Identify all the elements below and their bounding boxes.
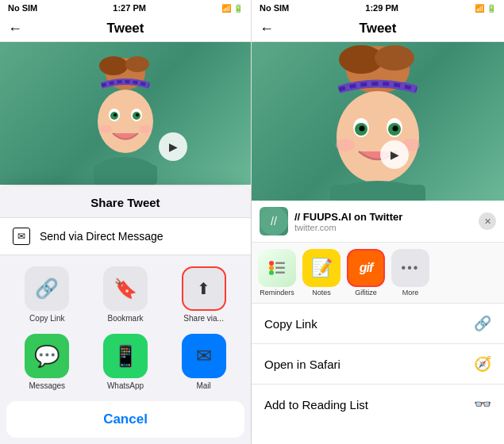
svg-point-8 (113, 113, 117, 117)
messages-icon: 💬 (25, 334, 69, 378)
reminders-label: Reminders (260, 289, 294, 297)
share-sheet: Share Tweet ✉ Send via Direct Message 🔗 … (0, 186, 251, 444)
right-nav-bar: ← Tweet (252, 16, 504, 42)
source-info: // FUUPS.AI on Twitter twitter.com (294, 211, 472, 232)
dm-icon: ✉ (13, 228, 30, 245)
send-dm-label: Send via Direct Message (40, 230, 164, 243)
svg-point-31 (269, 266, 274, 270)
svg-rect-27 (330, 185, 425, 201)
right-status-bar: No SIM 1:29 PM 📶 🔋 (252, 0, 504, 16)
right-battery-icon: 🔋 (487, 4, 496, 13)
mail-icon: ✉ (182, 334, 226, 378)
svg-rect-35 (275, 272, 285, 274)
copy-link-action-icon: 🔗 (474, 315, 491, 332)
copy-link-label: Copy Link (29, 314, 64, 323)
gifitize-label: Gifitize (355, 289, 377, 297)
right-time: 1:29 PM (365, 3, 398, 13)
whatsapp-button[interactable]: 📱 WhatsApp (103, 334, 148, 390)
gifitize-icon: gif (347, 249, 385, 287)
bookmark-icon: 🔖 (103, 266, 148, 311)
share-via-label: Share via... (183, 314, 224, 323)
more-button[interactable]: ••• More (390, 249, 431, 297)
svg-point-23 (393, 126, 398, 132)
left-status-bar: No SIM 1:27 PM 📶 🔋 (0, 0, 251, 16)
left-nav-title: Tweet (107, 21, 144, 36)
whatsapp-label: WhatsApp (107, 381, 144, 390)
reading-list-action[interactable]: Add to Reading List 👓 (252, 385, 504, 424)
open-safari-icon: 🧭 (474, 355, 491, 373)
svg-text://: // (271, 215, 277, 228)
left-status-icons: 📶 🔋 (221, 4, 243, 13)
svg-rect-33 (275, 262, 285, 265)
left-carrier: No SIM (8, 3, 37, 13)
send-dm-button[interactable]: ✉ Send via Direct Message (0, 217, 251, 255)
gifitize-button[interactable]: gif Gifitize (345, 249, 387, 297)
right-girl-illustration (252, 42, 504, 201)
notes-label: Notes (312, 289, 331, 297)
right-tweet-image: ▶ (252, 42, 504, 201)
more-label: More (402, 289, 419, 297)
right-status-icons: 📶 🔋 (475, 4, 496, 13)
close-source-button[interactable]: ✕ (479, 212, 496, 230)
svg-point-9 (136, 113, 139, 117)
right-carrier: No SIM (260, 3, 289, 13)
left-tweet-image: ▶ (0, 42, 251, 185)
notes-button[interactable]: 📝 Notes (301, 249, 342, 297)
messages-button[interactable]: 💬 Messages (25, 334, 69, 390)
messages-label: Messages (29, 381, 66, 390)
whatsapp-icon: 📱 (103, 334, 148, 378)
svg-point-17 (337, 91, 419, 183)
source-avatar: // (260, 207, 288, 235)
share-via-button[interactable]: ⬆ Share via... (182, 266, 226, 323)
mail-label: Mail (196, 381, 210, 390)
left-nav-bar: ← Tweet (0, 16, 251, 42)
copy-link-action[interactable]: Copy Link 🔗 (252, 304, 504, 344)
share-via-icon: ⬆ (182, 266, 226, 311)
girl-illustration (78, 50, 173, 185)
reminders-icon (258, 249, 296, 287)
left-panel: No SIM 1:27 PM 📶 🔋 ← Tweet (0, 0, 252, 444)
svg-point-1 (99, 56, 128, 75)
svg-point-3 (98, 90, 153, 153)
right-back-button[interactable]: ← (260, 21, 274, 37)
right-nav-title: Tweet (360, 21, 397, 36)
svg-point-10 (99, 125, 112, 133)
right-wifi-icon: 📶 (475, 4, 484, 13)
open-safari-action[interactable]: Open in Safari 🧭 (252, 344, 504, 385)
right-app-icons-row: Reminders 📝 Notes gif Gifitize ••• More (252, 243, 504, 304)
share-app-icons: 💬 Messages 📱 WhatsApp ✉ Mail (0, 329, 251, 396)
copy-link-icon: 🔗 (25, 266, 69, 311)
open-safari-label: Open in Safari (264, 358, 340, 371)
cancel-button[interactable]: Cancel (6, 401, 244, 438)
bookmark-button[interactable]: 🔖 Bookmark (103, 266, 148, 323)
svg-rect-13 (94, 165, 157, 185)
right-play-button[interactable]: ▶ (380, 140, 409, 169)
copy-link-button[interactable]: 🔗 Copy Link (25, 266, 69, 323)
battery-icon: 🔋 (233, 4, 243, 13)
svg-point-22 (360, 126, 365, 132)
svg-point-32 (269, 270, 274, 275)
copy-link-action-label: Copy Link (264, 317, 317, 331)
svg-point-30 (269, 261, 274, 266)
mail-button[interactable]: ✉ Mail (182, 334, 226, 390)
svg-point-11 (139, 125, 152, 133)
reading-list-label: Add to Reading List (264, 398, 368, 411)
source-url: twitter.com (294, 223, 472, 232)
source-name: // FUUPS.AI on Twitter (294, 211, 472, 223)
tweet-source-bar: // // FUUPS.AI on Twitter twitter.com ✕ (252, 201, 504, 243)
action-list: Copy Link 🔗 Open in Safari 🧭 Add to Read… (252, 304, 504, 444)
reading-list-icon: 👓 (474, 396, 491, 413)
wifi-icon: 📶 (221, 4, 231, 13)
more-icon: ••• (391, 249, 429, 287)
right-panel: No SIM 1:29 PM 📶 🔋 ← Tweet (252, 0, 504, 444)
left-time: 1:27 PM (113, 3, 146, 13)
svg-point-24 (336, 139, 355, 151)
notes-icon: 📝 (302, 249, 340, 287)
svg-point-16 (375, 45, 414, 71)
reminders-button[interactable]: Reminders (256, 249, 298, 297)
share-sheet-title: Share Tweet (0, 196, 251, 209)
svg-point-2 (125, 56, 149, 72)
play-button[interactable]: ▶ (159, 132, 187, 161)
left-back-button[interactable]: ← (8, 21, 22, 37)
svg-rect-34 (275, 267, 285, 270)
